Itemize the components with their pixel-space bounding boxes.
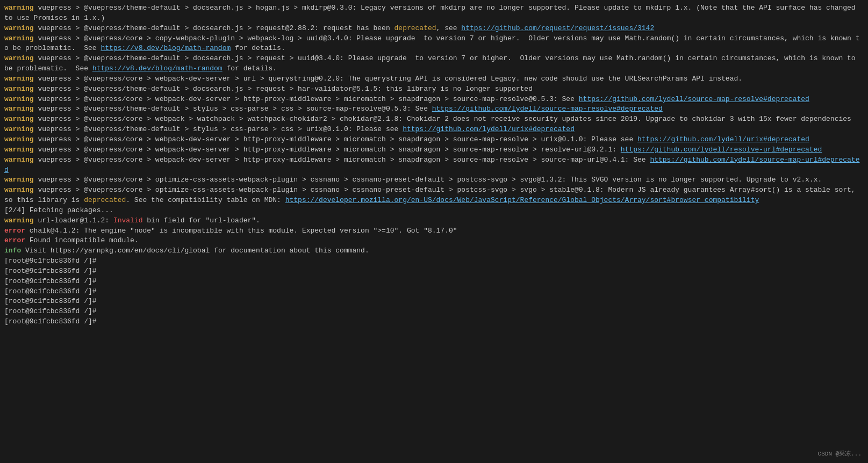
line-part-normal: vuepress > @vuepress/core > webpack-dev-… <box>34 95 579 103</box>
terminal-line: [root@9c1fcbc836fd /]# <box>4 287 864 297</box>
line-part-warn-label: warning <box>4 75 34 83</box>
terminal-line: warning vuepress > @vuepress/core > webp… <box>4 74 864 84</box>
line-part-normal: vuepress > @vuepress/core > webpack-dev-… <box>34 75 604 83</box>
terminal-line: warning vuepress > @vuepress/core > copy… <box>4 34 864 54</box>
terminal-line: info Visit https://yarnpkg.com/en/docs/c… <box>4 246 864 256</box>
line-part-normal: ce 2019. Upgrade to chokidar 3 with 15x … <box>608 115 851 123</box>
line-part-warn-label: warning <box>4 4 34 12</box>
line-part-warn-label: warning <box>4 176 34 184</box>
line-part-normal: Visit https://yarnpkg.com/en/docs/cli/gl… <box>21 247 369 255</box>
line-part-prompt: [root@9c1fcbc836fd /]# <box>4 307 97 315</box>
terminal-line: warning vuepress > @vuepress/core > webp… <box>4 145 864 155</box>
line-part-warn-label: warning <box>4 216 34 225</box>
line-part-info-label: info <box>4 247 21 255</box>
terminal-line: warning vuepress > @vuepress/theme-defau… <box>4 3 864 24</box>
terminal-line: [root@9c1fcbc836fd /]# <box>4 307 864 317</box>
line-part-normal: , see <box>436 24 462 32</box>
line-part-normal: vuepress > @vuepress/core > copy-webpack… <box>34 34 604 42</box>
line-part-link: https://github.com/lydell/resolve-url#de… <box>621 146 822 154</box>
line-part-warn-label: warning <box>4 85 34 93</box>
line-part-normal: vuepress > @vuepress/core > webpack > wa… <box>34 115 608 123</box>
line-part-warn-label: warning <box>4 186 34 194</box>
terminal-line: warning vuepress > @vuepress/core > webp… <box>4 95 864 105</box>
terminal-line: [root@9c1fcbc836fd /]# <box>4 256 864 266</box>
terminal: warning vuepress > @vuepress/theme-defau… <box>0 0 868 463</box>
line-part-link: https://v8.dev/blog/math-random <box>101 44 231 52</box>
line-part-link: https://github.com/lydell/urix#deprecate… <box>403 125 575 133</box>
line-part-prompt: [root@9c1fcbc836fd /]# <box>4 257 97 265</box>
line-part-normal: the URLSearchParams API instead. <box>604 75 742 83</box>
line-part-link: https://v8.dev/blog/math-random <box>92 64 223 73</box>
line-part-link: https://github.com/request/request/issue… <box>461 24 654 32</box>
terminal-line: warning vuepress > @vuepress/theme-defau… <box>4 84 864 95</box>
terminal-line: error Found incompatible module. <box>4 236 864 246</box>
terminal-line: warning vuepress > @vuepress/core > opti… <box>4 175 864 185</box>
line-part-link: https://github.com/lydell/urix#deprecate… <box>637 135 809 143</box>
line-part-warn-label: warning <box>4 105 34 113</box>
line-part-warn-label: warning <box>4 34 34 42</box>
line-part-prompt: [root@9c1fcbc836fd /]# <box>4 277 97 285</box>
line-part-link: https://developer.mozilla.org/en-US/docs… <box>285 196 759 204</box>
line-part-normal: 1: <box>608 146 620 154</box>
line-part-link: https://github.com/lydell/source-map-res… <box>432 105 663 113</box>
terminal-line: warning vuepress > @vuepress/core > opti… <box>4 185 864 206</box>
line-part-normal: Found incompatible module. <box>25 236 139 244</box>
line-part-deprecated: deprecated <box>84 196 126 204</box>
line-part-prompt: [root@9c1fcbc836fd /]# <box>4 297 97 305</box>
terminal-line: warning vuepress > @vuepress/theme-defau… <box>4 104 864 114</box>
line-part-warn-label: warning <box>4 24 34 32</box>
line-part-normal: vuepress > @vuepress/core > optimize-css… <box>34 186 604 194</box>
line-part-deprecated: deprecated <box>394 24 436 32</box>
line-part-normal: vuepress > @vuepress/theme-default > sty… <box>34 105 432 113</box>
line-part-prompt: [root@9c1fcbc836fd /]# <box>4 267 97 275</box>
watermark: CSDN @采冻... <box>818 450 862 458</box>
line-part-warn-label: warning <box>4 95 34 103</box>
line-part-warn-label: warning <box>4 135 34 143</box>
line-part-normal: vuepress > @vuepress/core > webpack-dev-… <box>34 146 608 154</box>
line-part-warn-label: warning <box>4 146 34 154</box>
terminal-line: error chalk@4.1.2: The engine "node" is … <box>4 226 864 236</box>
line-part-link: https://github.com/lydell/source-map-res… <box>579 95 809 103</box>
line-part-normal: vuepress > @vuepress/core > webpack-dev-… <box>34 135 608 143</box>
line-part-warn-label: warning <box>4 125 34 133</box>
line-part-normal: vuepress > @vuepress/core > optimize-css… <box>34 176 608 184</box>
terminal-line: warning vuepress > @vuepress/theme-defau… <box>4 125 864 135</box>
line-part-normal: vuepress > @vuepress/theme-default > doc… <box>34 4 608 12</box>
terminal-line: [root@9c1fcbc836fd /]# <box>4 317 864 327</box>
line-part-warn-label: warning <box>4 156 34 164</box>
line-part-normal: . See the compatibility table on MDN: <box>126 196 285 204</box>
terminal-line: [root@9c1fcbc836fd /]# <box>4 277 864 287</box>
line-part-prompt: [root@9c1fcbc836fd /]# <box>4 287 97 295</box>
line-part-warn-label: warning <box>4 54 34 62</box>
line-part-invalid: Invalid <box>113 216 143 225</box>
terminal-line: warning url-loader@1.1.2: Invalid bin fi… <box>4 216 864 226</box>
line-part-normal: vuepress > @vuepress/theme-default > sty… <box>34 125 403 133</box>
terminal-line: [root@9c1fcbc836fd /]# <box>4 296 864 307</box>
terminal-line: warning vuepress > @vuepress/core > webp… <box>4 135 864 145</box>
line-part-normal: vuepress > @vuepress/theme-default > doc… <box>34 54 608 62</box>
line-part-normal: se see <box>608 135 637 143</box>
line-part-normal: bin field for "url-loader". <box>142 216 260 225</box>
line-part-error-label: error <box>4 236 25 244</box>
line-part-bracket-info: [2/4] Fetching packages... <box>4 206 113 214</box>
line-part-normal: url-loader@1.1.2: <box>34 216 113 225</box>
line-part-normal: for details. <box>223 64 277 73</box>
line-part-normal: vuepress > @vuepress/core > webpack-dev-… <box>34 156 608 164</box>
terminal-output: warning vuepress > @vuepress/theme-defau… <box>4 3 864 327</box>
line-part-normal: version is no longer supported. Upgrade … <box>608 176 822 184</box>
terminal-line: warning vuepress > @vuepress/core > webp… <box>4 114 864 125</box>
line-part-normal: vuepress > @vuepress/theme-default > doc… <box>34 24 394 32</box>
terminal-line: [2/4] Fetching packages... <box>4 206 864 216</box>
terminal-line: warning vuepress > @vuepress/theme-defau… <box>4 24 864 34</box>
line-part-normal: for details. <box>231 44 285 52</box>
line-part-warn-label: warning <box>4 115 34 123</box>
line-part-normal: .4.1: See <box>608 156 650 164</box>
terminal-line: warning vuepress > @vuepress/core > webp… <box>4 155 864 176</box>
line-part-error-label: error <box>4 227 25 235</box>
terminal-line: warning vuepress > @vuepress/theme-defau… <box>4 54 864 74</box>
line-part-normal: vuepress > @vuepress/theme-default > doc… <box>34 85 533 93</box>
terminal-line: [root@9c1fcbc836fd /]# <box>4 266 864 277</box>
line-part-prompt: [root@9c1fcbc836fd /]# <box>4 317 97 325</box>
line-part-normal: chalk@4.1.2: The engine "node" is incomp… <box>25 227 457 235</box>
